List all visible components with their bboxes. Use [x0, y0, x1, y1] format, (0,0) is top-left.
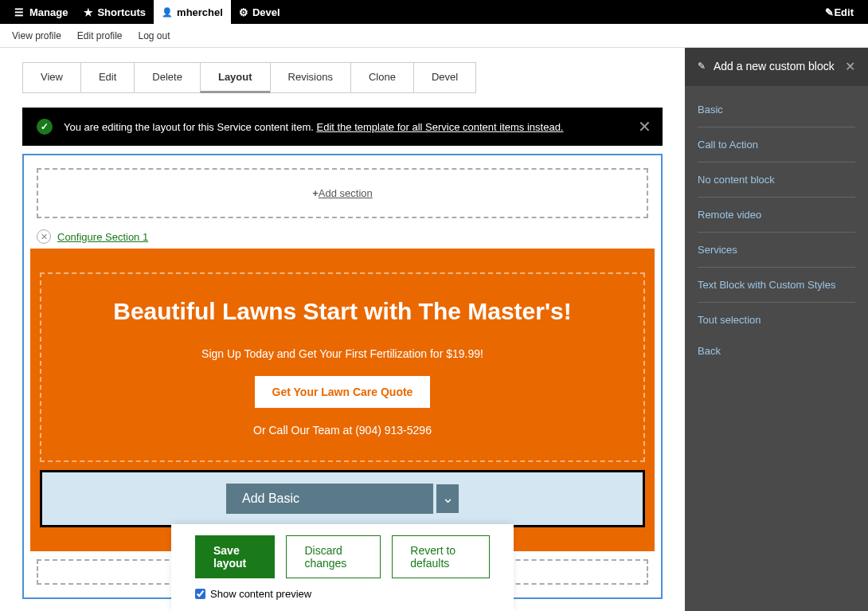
primary-tabs: View Edit Delete Layout Revisions Clone …: [22, 62, 663, 93]
tab-delete[interactable]: Delete: [134, 62, 201, 93]
panel-header: Add a new custom block ✕: [685, 48, 868, 86]
save-layout-button[interactable]: Save layout: [195, 535, 275, 578]
add-section-top[interactable]: Add section: [37, 168, 648, 218]
panel-title: Add a new custom block: [714, 59, 837, 75]
panel-body: Basic Call to Action No content block Re…: [685, 86, 868, 371]
section-header: ✕ Configure Section 1: [30, 225, 655, 249]
pencil-icon: [698, 61, 706, 72]
tab-layout[interactable]: Layout: [200, 62, 271, 93]
section-1: Beautiful Lawns Start with The Master's!…: [30, 249, 655, 551]
block-type-textblock[interactable]: Text Block with Custom Styles: [698, 268, 855, 303]
tab-devel[interactable]: Devel: [413, 62, 476, 93]
remove-section-button[interactable]: ✕: [37, 229, 51, 244]
preview-label: Show content preview: [210, 588, 311, 600]
section-1-region: Beautiful Lawns Start with The Master's!…: [40, 272, 645, 462]
hero-call-text: Or Call Our Team at (904) 913-5296: [65, 424, 620, 437]
edit-toggle[interactable]: Edit: [817, 6, 862, 18]
edit-profile-link[interactable]: Edit profile: [77, 30, 123, 41]
add-section-link[interactable]: Add section: [312, 187, 373, 199]
add-block-button[interactable]: Add Basic: [226, 484, 433, 514]
preview-checkbox-wrapper[interactable]: Show content preview: [195, 588, 490, 600]
tab-clone[interactable]: Clone: [350, 62, 414, 93]
action-buttons: Save layout Discard changes Revert to de…: [195, 535, 490, 578]
hamburger-icon: [14, 6, 25, 18]
content-area: View Edit Delete Layout Revisions Clone …: [0, 48, 685, 611]
user-menu[interactable]: mherchel: [154, 0, 231, 24]
block-type-basic[interactable]: Basic: [698, 92, 855, 127]
hero-title: Beautiful Lawns Start with The Master's!: [65, 298, 620, 325]
main-container: View Edit Delete Layout Revisions Clone …: [0, 48, 868, 611]
status-text: You are editing the layout for this Serv…: [64, 121, 316, 133]
block-type-cta[interactable]: Call to Action: [698, 127, 855, 163]
revert-defaults-button[interactable]: Revert to defaults: [392, 535, 490, 578]
chevron-down-icon: [442, 493, 454, 505]
person-icon: [162, 7, 173, 18]
pencil-icon: [825, 6, 834, 18]
devel-label: Devel: [252, 6, 280, 18]
status-message: You are editing the layout for this Serv…: [22, 108, 663, 146]
check-icon: [37, 119, 53, 135]
shortcuts-menu[interactable]: Shortcuts: [76, 0, 154, 24]
close-panel-button[interactable]: ✕: [845, 59, 855, 74]
add-block-dropdown[interactable]: [436, 484, 459, 513]
admin-toolbar-left: Manage Shortcuts mherchel Devel: [6, 0, 288, 24]
edit-label: Edit: [834, 6, 854, 18]
block-type-nocontent[interactable]: No content block: [698, 163, 855, 198]
tab-revisions[interactable]: Revisions: [270, 62, 351, 93]
manage-label: Manage: [29, 6, 68, 18]
discard-changes-button[interactable]: Discard changes: [286, 535, 381, 578]
devel-menu[interactable]: Devel: [231, 0, 288, 24]
tab-edit[interactable]: Edit: [80, 62, 135, 93]
user-label: mherchel: [177, 6, 223, 18]
tab-view[interactable]: View: [22, 62, 81, 93]
preview-checkbox[interactable]: [195, 589, 205, 599]
status-link[interactable]: Edit the template for all Service conten…: [316, 121, 563, 133]
offcanvas-panel: Add a new custom block ✕ Basic Call to A…: [685, 48, 868, 611]
configure-section-link[interactable]: Configure Section 1: [57, 231, 148, 243]
add-block-region: Add Basic: [40, 470, 645, 527]
admin-toolbar-right: Edit: [817, 6, 862, 18]
logout-link[interactable]: Log out: [139, 30, 170, 41]
hero-cta-button[interactable]: Get Your Lawn Care Quote: [255, 376, 431, 408]
star-icon: [84, 6, 93, 18]
hero-subtitle: Sign Up Today and Get Your First Fertili…: [65, 347, 620, 360]
block-type-tout[interactable]: Tout selection: [698, 303, 855, 337]
user-secondary-bar: View profile Edit profile Log out: [0, 24, 868, 48]
close-status-button[interactable]: ✕: [638, 117, 651, 136]
shortcuts-label: Shortcuts: [97, 6, 146, 18]
view-profile-link[interactable]: View profile: [12, 30, 61, 41]
block-type-remote-video[interactable]: Remote video: [698, 198, 855, 233]
status-text-wrapper: You are editing the layout for this Serv…: [64, 121, 648, 133]
manage-menu[interactable]: Manage: [6, 0, 76, 24]
panel-back-link[interactable]: Back: [698, 337, 855, 365]
gear-icon: [239, 6, 248, 18]
layout-action-bar: Save layout Discard changes Revert to de…: [171, 524, 514, 611]
admin-toolbar: Manage Shortcuts mherchel Devel Edit: [0, 0, 868, 24]
block-type-services[interactable]: Services: [698, 233, 855, 268]
